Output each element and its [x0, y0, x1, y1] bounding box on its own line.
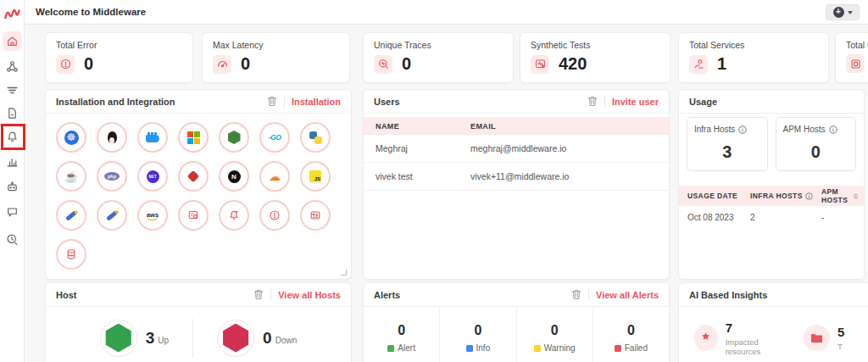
- info-icon[interactable]: [829, 125, 837, 134]
- infra-hosts-value: 3: [694, 142, 760, 162]
- aws-icon[interactable]: aws: [137, 200, 168, 231]
- recommendations-stat: 5 T: [788, 325, 868, 351]
- python-icon[interactable]: [300, 122, 331, 153]
- dashboards-chart-icon[interactable]: [3, 152, 22, 171]
- stat-card-max-latency: Max Latency 0: [202, 32, 350, 83]
- audit-activity-icon[interactable]: [3, 230, 22, 249]
- alerts-card: Alerts View all Alerts 0 Alert 0 Info 0 …: [363, 282, 670, 362]
- add-button[interactable]: +: [826, 4, 860, 20]
- hosts-up-label: Up: [158, 336, 169, 345]
- chat-support-icon[interactable]: [3, 203, 22, 222]
- usage-table-header: USAGE DATE INFRA HOSTS APM HOSTS: [679, 186, 864, 206]
- usage-card: Usage Infra Hosts 3 APM Hosts 0 USAGE DA…: [678, 89, 865, 280]
- installation-link[interactable]: Installation: [292, 97, 341, 107]
- alert-bell-icon[interactable]: [219, 200, 249, 231]
- ruby-icon[interactable]: [178, 161, 209, 192]
- hosts-down-count: 0: [263, 329, 272, 348]
- nextjs-icon[interactable]: N: [219, 161, 249, 192]
- integration-card-icon[interactable]: [300, 200, 331, 231]
- php-icon[interactable]: php: [97, 161, 127, 192]
- sidebar: [0, 0, 25, 362]
- nodejs-icon[interactable]: [219, 122, 249, 153]
- opentelemetry-icon[interactable]: [97, 200, 127, 231]
- user-name: vivek test: [376, 171, 470, 181]
- trash-icon[interactable]: [267, 96, 277, 107]
- linux-icon[interactable]: [97, 122, 127, 153]
- opentelemetry-icon[interactable]: [56, 200, 86, 231]
- ai-bot-icon[interactable]: [3, 177, 22, 197]
- java-icon[interactable]: ☕: [56, 161, 86, 192]
- stat-value: 0: [402, 54, 411, 74]
- impacted-count: 7: [726, 320, 788, 335]
- database-alert-icon[interactable]: [178, 200, 209, 231]
- stat-card-total-services: Total Services 1: [678, 32, 829, 83]
- failed-count: 0: [627, 323, 635, 338]
- info-icon[interactable]: [854, 192, 859, 200]
- trash-icon[interactable]: [587, 96, 598, 107]
- home-icon[interactable]: [3, 31, 22, 51]
- stat-card-synthetic-tests: Synthetic Tests 420: [520, 32, 670, 83]
- reports-file-icon[interactable]: [3, 103, 22, 123]
- apm-hosts-label: APM Hosts: [783, 125, 826, 134]
- stat-value: 0: [241, 54, 250, 74]
- legend-square-info: [466, 345, 473, 352]
- apm-hosts-value: 0: [783, 142, 849, 162]
- card-title: Host: [56, 290, 76, 300]
- host-down-hexagon: [217, 320, 254, 357]
- table-row: Oct 08 2023 2 -: [679, 206, 864, 229]
- infra-hosts-label: Infra Hosts: [694, 125, 735, 134]
- stat-label: Total Services: [689, 40, 818, 50]
- alerts-bell-icon[interactable]: [3, 127, 22, 147]
- middleware-logo[interactable]: [4, 7, 20, 20]
- folder-icon: [804, 325, 830, 351]
- logs-filter-icon[interactable]: [3, 81, 22, 100]
- legend-square-failed: [615, 345, 621, 352]
- alert-count: 0: [398, 323, 405, 338]
- golang-icon[interactable]: -GO: [259, 122, 290, 153]
- info-icon[interactable]: [805, 192, 813, 200]
- services-icon: [689, 55, 708, 74]
- kubernetes-icon[interactable]: ☸: [56, 122, 86, 153]
- hosts-down-label: Down: [275, 336, 298, 345]
- invite-user-link[interactable]: Invite user: [612, 97, 659, 107]
- cloudflare-icon[interactable]: ☁: [259, 161, 290, 192]
- column-header-email: EMAIL: [470, 122, 496, 131]
- javascript-icon[interactable]: JS: [300, 161, 331, 192]
- view-all-alerts-link[interactable]: View all Alerts: [596, 290, 659, 300]
- docker-icon[interactable]: [137, 122, 168, 153]
- services-map-icon[interactable]: [3, 57, 22, 76]
- stat-label: Total C: [846, 40, 868, 50]
- alert-stat: 0 Warning: [517, 307, 593, 362]
- users-table-header: NAME EMAIL: [364, 117, 669, 135]
- impacted-label: Impacted resources: [726, 337, 788, 356]
- view-all-hosts-link[interactable]: View all Hosts: [278, 290, 341, 300]
- host-up-hexagon: [100, 320, 137, 357]
- info-count: 0: [474, 323, 481, 338]
- card-title: Usage: [689, 97, 717, 107]
- database-icon[interactable]: [56, 239, 86, 270]
- plus-icon: +: [833, 7, 844, 18]
- stat-value: 420: [559, 54, 587, 74]
- dotnet-icon[interactable]: NET: [137, 161, 168, 192]
- container-icon: [846, 54, 865, 73]
- stat-card-total-containers: Total C: [835, 32, 868, 83]
- incident-alert-icon[interactable]: [259, 200, 290, 231]
- trash-icon[interactable]: [571, 289, 581, 300]
- trash-icon[interactable]: [253, 289, 264, 300]
- column-header-usage-date: USAGE DATE: [687, 192, 750, 200]
- stat-label: Synthetic Tests: [531, 40, 659, 50]
- divider: [604, 96, 605, 108]
- divider: [588, 289, 589, 301]
- integration-grid: ☸ -GO ☕ php NET N ☁ JS aws: [46, 114, 351, 278]
- info-icon[interactable]: [738, 125, 747, 134]
- alert-stat: 0 Alert: [364, 307, 440, 362]
- column-header-apm-hosts: APM HOSTS: [821, 187, 858, 204]
- stat-value: 1: [717, 54, 726, 74]
- resize-handle[interactable]: [341, 270, 347, 276]
- microsoft-icon[interactable]: [178, 122, 209, 153]
- user-email: meghraj@middleware.io: [470, 143, 566, 153]
- apm-hosts-box: APM Hosts 0: [776, 117, 857, 171]
- stat-value: 0: [84, 54, 93, 74]
- legend-label: Info: [476, 343, 491, 353]
- legend-label: Alert: [398, 343, 415, 353]
